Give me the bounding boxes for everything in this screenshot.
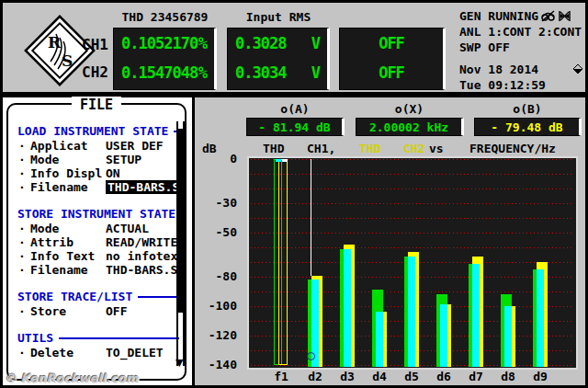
gridline xyxy=(251,233,574,234)
scrollbar-thumb[interactable] xyxy=(176,129,185,313)
bullet-icon: · xyxy=(18,139,26,153)
menu-item-filename[interactable]: ·FilenameTHD-BARS.SA xyxy=(17,263,183,277)
menu-section: UTILS·DeleteTO_DELET xyxy=(17,330,183,359)
bullet-icon: · xyxy=(18,180,26,194)
legend-thd-ch2: THD xyxy=(359,142,380,155)
menu-item-mode[interactable]: ·ModeACTUAL xyxy=(17,222,183,235)
bar-overlap-d4 xyxy=(376,312,383,367)
gridline xyxy=(251,159,574,160)
menu-item-label: Store xyxy=(30,304,66,318)
menu-section-heading: STORE INSTRUMENT STATE xyxy=(17,206,183,222)
menu-item-mode[interactable]: ·ModeSETUP xyxy=(17,153,183,166)
menu-item-value[interactable]: USER DEF xyxy=(106,139,164,153)
menu-item-attrib[interactable]: ·AttribREAD/WRITE xyxy=(17,235,183,249)
gridline xyxy=(251,188,574,189)
x-tick-label-d6: d6 xyxy=(428,370,459,383)
cursor-marker-circle xyxy=(307,352,315,360)
legend-vs: vs xyxy=(429,142,444,155)
x-tick-label-d4: d4 xyxy=(364,370,395,383)
aux-ch1-value: OFF xyxy=(379,34,404,52)
cursor-a-label: o(A) xyxy=(246,102,344,116)
menu-item-value[interactable]: OFF xyxy=(106,304,127,318)
cursor-b-readout: - 79.48 dB xyxy=(474,118,582,136)
sweep-status: SWP OFF xyxy=(459,40,582,55)
rms-ch1-unit: V xyxy=(311,34,320,52)
chart-panel: o(A) o(X) o(B) - 81.94 dB 2.00002 kHz - … xyxy=(195,97,585,385)
instrument-screen: R S CH1 CH2 THD 23456789 0.1052170 % 0.1… xyxy=(0,0,588,388)
menu-item-filename[interactable]: ·FilenameTHD-BARS.SA xyxy=(17,180,183,194)
rms-ch2-row: 0.3034 V xyxy=(228,58,327,87)
x-tick-label-d7: d7 xyxy=(460,370,492,383)
menu-item-value[interactable]: TO_DELET xyxy=(106,346,164,359)
input-rms-readout-box: 0.3028 V 0.3034 V xyxy=(227,28,330,90)
menu-item-applicat[interactable]: ·ApplicatUSER DEF xyxy=(17,139,183,153)
menu-section: STORE INSTRUMENT STATE·ModeACTUAL·Attrib… xyxy=(17,206,183,277)
bullet-icon: · xyxy=(18,263,26,277)
thd-ch2-unit: % xyxy=(198,63,207,82)
thd-ch1-unit: % xyxy=(198,34,207,52)
menu-item-store[interactable]: ·StoreOFF xyxy=(17,304,183,318)
menu-section: STORE TRACE/LIST·StoreOFF xyxy=(17,289,183,318)
file-menu-content: LOAD INSTRUMENT STATE·ApplicatUSER DEF·M… xyxy=(10,114,183,377)
bar-overlap-d3 xyxy=(344,249,351,367)
x-tick-label-d5: d5 xyxy=(396,370,427,383)
bullet-icon: · xyxy=(18,249,26,263)
y-tick-label: -50 xyxy=(195,225,237,239)
gridline xyxy=(251,247,574,248)
cursor-a-readout: - 81.94 dB xyxy=(246,118,345,136)
bullet-icon: · xyxy=(18,222,26,235)
y-tick-label: -140 xyxy=(195,358,237,371)
legend-thd-ch1: THD xyxy=(263,142,284,155)
bullet-icon: · xyxy=(18,304,26,318)
headphone-muted-icon xyxy=(541,10,555,22)
bar-overlap-d5 xyxy=(408,257,415,367)
menu-section: LOAD INSTRUMENT STATE·ApplicatUSER DEF·M… xyxy=(17,123,183,194)
svg-text:R: R xyxy=(48,33,62,51)
bullet-icon: · xyxy=(18,235,26,249)
menu-item-info-displ[interactable]: ·Info DisplON xyxy=(17,166,183,180)
menu-item-value[interactable]: ACTUAL xyxy=(106,222,149,235)
menu-item-value[interactable]: READ/WRITE xyxy=(106,235,177,249)
gridline xyxy=(251,203,574,204)
menu-item-value[interactable]: THD-BARS.SA xyxy=(106,263,183,277)
ref-marker-ch1 xyxy=(276,159,281,162)
menu-section-heading: STORE TRACE/LIST xyxy=(17,289,183,304)
aux-ch2-row: OFF xyxy=(340,58,443,87)
thd-readout-box: 0.1052170 % 0.1547048 % xyxy=(113,28,217,90)
scrollbar-down-arrow-icon[interactable]: ▼ xyxy=(175,357,183,369)
bullet-icon: · xyxy=(18,166,26,180)
speaker-muted-icon xyxy=(558,10,571,22)
bar-overlap-d9 xyxy=(537,269,544,367)
gridline xyxy=(251,218,574,219)
y-tick-label: 0 xyxy=(195,152,237,165)
x-cursor-line[interactable] xyxy=(311,159,311,276)
gridline xyxy=(251,174,574,175)
svg-text:S: S xyxy=(62,51,73,70)
menu-item-value[interactable]: SETUP xyxy=(106,153,141,166)
x-tick-label-f1: f1 xyxy=(266,370,297,383)
clock-indicator-icon xyxy=(573,64,582,74)
y-tick-label: -80 xyxy=(195,269,237,283)
aux-ch1-row: OFF xyxy=(340,29,443,58)
thd-ch2-row: 0.1547048 % xyxy=(114,58,214,87)
thd-function-title: THD 23456789 xyxy=(113,10,217,24)
menu-item-value[interactable]: ON xyxy=(106,166,120,180)
menu-item-label: Applicat xyxy=(30,139,88,153)
x-axis-title: FREQUENCY/Hz xyxy=(469,142,556,155)
channel-1-label: CH1 xyxy=(82,36,108,53)
x-tick-label-d8: d8 xyxy=(492,370,524,383)
menu-item-label: Filename xyxy=(30,263,88,277)
menu-item-value[interactable]: THD-BARS.SA xyxy=(106,180,183,194)
input-rms-title: Input RMS xyxy=(227,10,330,24)
menu-item-info-text[interactable]: ·Info Textno infotext xyxy=(17,249,183,263)
generator-status: GEN RUNNING xyxy=(459,8,538,24)
menu-item-label: Mode xyxy=(30,153,59,166)
rms-ch2-unit: V xyxy=(311,63,320,82)
rms-ch1-value: 0.3028 xyxy=(235,34,286,52)
analyzer-status: ANL 1:CONT 2:CONT xyxy=(459,24,582,40)
status-date: Nov 18 2014 xyxy=(459,62,582,77)
menu-item-value[interactable]: no infotext xyxy=(106,249,183,263)
menu-item-label: Filename xyxy=(30,180,88,194)
menu-item-delete[interactable]: ·DeleteTO_DELET xyxy=(17,346,183,359)
ref-marker-ch2 xyxy=(282,159,288,162)
